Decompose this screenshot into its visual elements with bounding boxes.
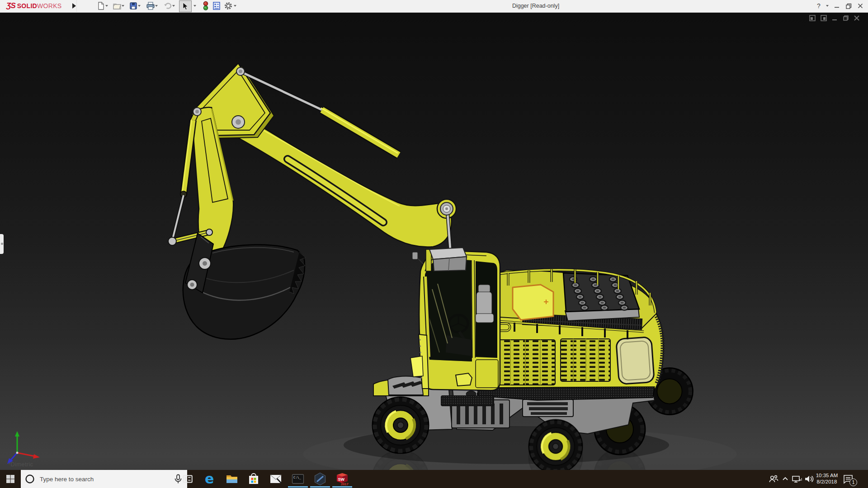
undo-caret[interactable]: [172, 5, 175, 7]
print-caret[interactable]: [155, 5, 158, 7]
mail-button[interactable]: [265, 470, 286, 488]
solidworks-2017-button[interactable]: SW 2017: [331, 470, 353, 488]
chevron-up-icon: [780, 474, 790, 484]
save-button[interactable]: [128, 1, 138, 11]
doc-minimize-button[interactable]: [831, 14, 838, 22]
toolbar-flyout-icon[interactable]: [72, 3, 76, 9]
notification-badge: 1: [849, 479, 857, 486]
doc-frame-button-2[interactable]: [820, 14, 827, 22]
help-caret[interactable]: [826, 5, 829, 7]
restore-button[interactable]: [844, 2, 853, 10]
clock[interactable]: 10:35 AM 8/2/2018: [813, 472, 841, 485]
hexagon-app-icon: [314, 472, 326, 486]
solidworks-logo: ƷS SOLID WORKS: [0, 0, 77, 12]
select-cursor-icon: [182, 2, 189, 10]
people-button[interactable]: [769, 474, 778, 484]
brand-bold: SOLID: [17, 2, 37, 9]
select-tool-caret[interactable]: [193, 5, 196, 7]
command-prompt-icon: C:\_: [292, 474, 304, 484]
doc-close-button[interactable]: [853, 14, 860, 22]
taskbar-search[interactable]: [21, 470, 187, 488]
feature-manager-dot: [1, 243, 3, 245]
svg-text:C:\_: C:\_: [293, 476, 302, 479]
edge-button[interactable]: e: [199, 470, 220, 488]
mail-icon: [269, 474, 282, 484]
open-folder-icon: [113, 2, 122, 10]
cortana-icon: [25, 474, 35, 484]
edge-icon: e: [203, 472, 217, 486]
file-explorer-icon: [226, 474, 238, 484]
clock-date: 8/2/2018: [813, 479, 841, 485]
new-document-caret[interactable]: [105, 5, 108, 7]
restore-icon: [846, 3, 852, 9]
task-view-icon: [182, 473, 193, 485]
task-pane-button[interactable]: [212, 1, 222, 11]
gear-icon: [224, 1, 233, 10]
close-icon: [858, 3, 863, 9]
document-title: Digger [Read-only]: [491, 3, 581, 9]
search-input[interactable]: [39, 475, 167, 483]
open-button[interactable]: [112, 1, 122, 11]
options-button[interactable]: [223, 1, 233, 11]
network-icon: [791, 474, 802, 484]
svg-text:SW: SW: [338, 477, 344, 482]
graphics-viewport[interactable]: *Dimetric: [0, 12, 868, 470]
open-app-indicator: [332, 486, 352, 488]
new-document-button[interactable]: [96, 1, 106, 11]
minimize-button[interactable]: [833, 2, 841, 10]
svg-text:2017: 2017: [341, 482, 349, 486]
undo-icon: [163, 2, 172, 10]
print-button[interactable]: [146, 1, 156, 11]
save-icon: [129, 2, 137, 10]
store-icon: [248, 473, 259, 485]
new-document-icon: [97, 2, 105, 10]
people-icon: [769, 474, 778, 484]
open-app-indicator: [310, 486, 330, 488]
titlebar: ƷS SOLID WORKS: [0, 0, 868, 13]
doc-restore-button[interactable]: [842, 14, 849, 22]
file-explorer-button[interactable]: [221, 470, 242, 488]
help-button[interactable]: ?: [815, 2, 823, 10]
traffic-light-icon: [202, 1, 210, 11]
clock-time: 10:35 AM: [813, 472, 841, 479]
command-prompt-button[interactable]: C:\_: [287, 470, 308, 488]
windows-logo-icon: [6, 474, 15, 483]
view-orientation-label: *Dimetric: [8, 461, 33, 468]
tray-expand-button[interactable]: [780, 474, 790, 484]
brand-mark: ƷS: [6, 1, 15, 10]
open-app-indicator: [288, 486, 308, 488]
open-caret[interactable]: [122, 5, 124, 7]
print-icon: [146, 2, 155, 10]
save-caret[interactable]: [138, 5, 141, 7]
close-button[interactable]: [856, 2, 864, 10]
network-button[interactable]: [791, 474, 801, 484]
select-tool-button[interactable]: [179, 0, 192, 12]
options-caret[interactable]: [234, 5, 236, 7]
feature-manager-tab[interactable]: [0, 234, 4, 254]
doc-frame-button-1[interactable]: [809, 14, 816, 22]
svg-text:e: e: [205, 472, 214, 486]
excavator-model[interactable]: [168, 63, 693, 470]
rebuild-button[interactable]: [201, 1, 211, 11]
hexagon-app-button[interactable]: [309, 470, 330, 488]
volume-button[interactable]: [804, 474, 814, 484]
properties-list-icon: [212, 1, 221, 10]
store-button[interactable]: [243, 470, 264, 488]
solidworks-2017-icon: SW 2017: [335, 472, 349, 486]
start-button[interactable]: [0, 470, 21, 488]
undo-button[interactable]: [163, 1, 173, 11]
speaker-icon: [804, 474, 814, 484]
brand-light: WORKS: [37, 2, 61, 9]
minimize-icon: [834, 3, 840, 9]
model-canvas[interactable]: [0, 12, 868, 470]
taskbar: e C:\_: [0, 470, 868, 488]
help-label: ?: [817, 2, 821, 9]
task-view-button[interactable]: [177, 470, 198, 488]
